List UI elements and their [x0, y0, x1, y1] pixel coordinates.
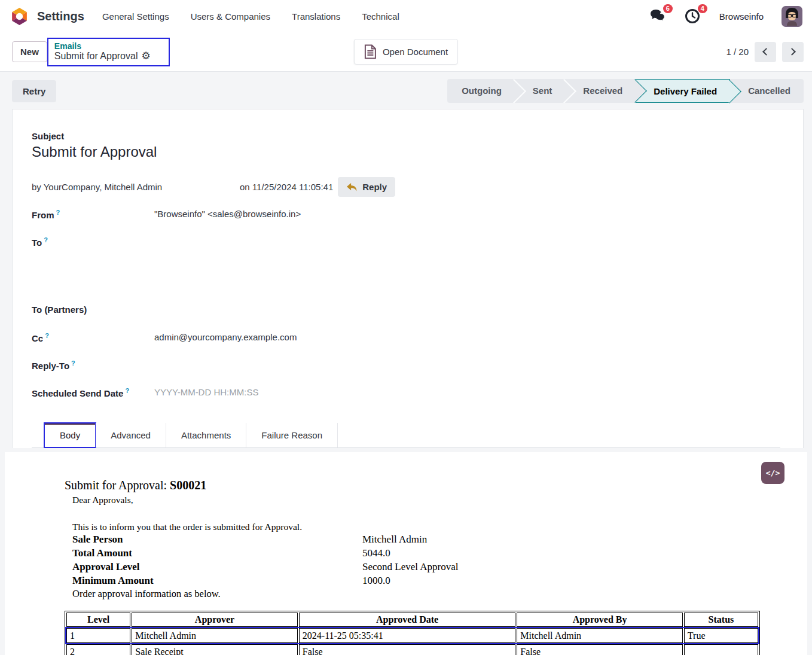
approval-table-header-cell: Level [66, 613, 130, 627]
approval-table-header-row: LevelApproverApproved DateApproved BySta… [66, 613, 758, 627]
field-label: Cc? [32, 331, 154, 343]
help-question-mark-icon: ? [44, 236, 48, 243]
pager-next-button[interactable] [782, 42, 804, 62]
code-view-toggle-button[interactable]: </> [761, 462, 784, 484]
reply-button[interactable]: Reply [338, 177, 395, 197]
field-row-from: From?"Browseinfo" <sales@browseinfo.in> [32, 208, 780, 235]
help-question-mark-icon: ? [71, 360, 75, 367]
pager-previous-button[interactable] [755, 42, 776, 62]
email-preview: Submit for Approval: S00021 Dear Approva… [5, 452, 807, 655]
help-question-mark-icon: ? [125, 387, 129, 394]
approval-table-cell [684, 644, 758, 655]
tab-failure-reason[interactable]: Failure Reason [246, 423, 338, 447]
approval-table-cell: 2024-11-25 05:35:41 [299, 628, 516, 643]
field-value[interactable] [154, 235, 334, 236]
subject-value[interactable]: Submit for Approval [32, 144, 780, 160]
breadcrumb-parent-link[interactable]: Emails [54, 41, 163, 51]
field-value[interactable]: YYYY-MM-DD HH:MM:SS [154, 386, 334, 397]
approval-table-cell: Mitchell Admin [517, 628, 683, 643]
approval-table-row[interactable]: 2Sale ReceiptFalseFalse [66, 644, 758, 655]
menu-item-general-settings[interactable]: General Settings [102, 11, 169, 22]
statusbar: OutgoingSentReceivedDelivery FailedCance… [447, 79, 804, 103]
approval-table-cell: False [299, 644, 516, 655]
gear-icon[interactable]: ⚙ [141, 51, 150, 61]
field-row-to-partners-: To (Partners) [32, 303, 780, 331]
email-intro: This is to inform you that the order is … [72, 522, 807, 532]
field-label: To? [32, 235, 154, 248]
email-details: Sale PersonMitchell AdminTotal Amount504… [72, 532, 807, 587]
dateline: on 11/25/2024 11:05:41 [240, 182, 333, 192]
menu-item-users-companies[interactable]: Users & Companies [191, 11, 270, 22]
control-panel: New Emails Submit for Approval ⚙ Open Do… [0, 32, 812, 72]
field-value[interactable]: "Browseinfo" <sales@browseinfo.in> [154, 208, 334, 219]
form-sheet: Subject Submit for Approval by YourCompa… [12, 109, 804, 448]
chevron-right-icon [788, 48, 796, 56]
approval-table-row[interactable]: 1Mitchell Admin2024-11-25 05:35:41Mitche… [66, 628, 758, 643]
approval-table-header-cell: Approver [132, 613, 298, 627]
pager-value: 1 / 20 [726, 47, 749, 57]
breadcrumb: Emails Submit for Approval ⚙ [47, 38, 170, 66]
tab-attachments[interactable]: Attachments [166, 423, 246, 447]
document-icon [364, 44, 377, 59]
body-tab-content: </> Submit for Approval: S00021 Dear App… [5, 452, 807, 655]
top-navbar: Settings General SettingsUsers & Compani… [0, 0, 812, 32]
odoo-logo-icon[interactable] [10, 7, 29, 26]
field-label: From? [32, 208, 154, 220]
tab-advanced[interactable]: Advanced [96, 423, 166, 447]
email-greeting: Dear Approvals, [72, 495, 807, 505]
menu-item-technical[interactable]: Technical [362, 11, 399, 22]
approval-table-cell: True [684, 628, 758, 643]
app-title[interactable]: Settings [37, 10, 84, 23]
email-detail-value: Second Level Approval [362, 560, 807, 574]
field-row-reply-to: Reply-To? [32, 358, 780, 386]
activities-clock-icon[interactable]: 4 [685, 8, 701, 24]
byline-row: by YourCompany, Mitchell Admin on 11/25/… [32, 177, 780, 197]
field-row-cc: Cc?admin@yourcompany.example.com [32, 331, 780, 358]
messages-icon[interactable]: 6 [650, 8, 667, 24]
approval-table-cell: 2 [66, 644, 130, 655]
approval-table-header-cell: Status [684, 613, 758, 627]
email-order-ref: S00021 [170, 479, 206, 492]
approval-table: LevelApproverApproved DateApproved BySta… [65, 611, 760, 655]
field-row-scheduled-send-date: Scheduled Send Date?YYYY-MM-DD HH:MM:SS [32, 386, 780, 413]
stage-delivery-failed[interactable]: Delivery Failed [636, 79, 730, 103]
stage-label: Delivery Failed [654, 86, 717, 96]
field-value[interactable] [154, 358, 334, 360]
main-menu: General SettingsUsers & CompaniesTransla… [102, 11, 399, 22]
email-detail-label: Total Amount [72, 546, 362, 560]
notebook-tabs: BodyAdvancedAttachmentsFailure Reason [32, 423, 780, 448]
company-name[interactable]: Browseinfo [719, 11, 764, 22]
email-detail-value: 1000.0 [362, 574, 807, 587]
status-strip: Retry OutgoingSentReceivedDelivery Faile… [0, 72, 812, 109]
field-row-to: To? [32, 235, 780, 283]
field-label: Reply-To? [32, 358, 154, 371]
reply-arrow-icon [346, 182, 358, 192]
help-question-mark-icon: ? [45, 332, 49, 339]
approval-table-cell: Mitchell Admin [132, 628, 298, 643]
help-question-mark-icon: ? [56, 209, 60, 216]
stage-label: Sent [533, 86, 552, 96]
messages-badge: 6 [663, 4, 673, 13]
activities-badge: 4 [698, 4, 707, 13]
stage-label: Cancelled [748, 86, 790, 96]
user-avatar[interactable] [782, 6, 802, 27]
field-value[interactable] [154, 303, 334, 304]
pager: 1 / 20 [726, 42, 804, 62]
email-detail-label: Sale Person [72, 532, 362, 546]
new-button[interactable]: New [12, 41, 47, 62]
retry-button[interactable]: Retry [12, 80, 56, 102]
approval-table-cell: Sale Receipt [132, 644, 298, 655]
approval-table-cell: False [517, 644, 683, 655]
stage-label: Received [583, 86, 622, 96]
email-heading: Submit for Approval: S00021 [65, 479, 807, 492]
stage-outgoing[interactable]: Outgoing [447, 79, 515, 103]
stage-label: Outgoing [462, 86, 502, 96]
breadcrumb-current: Submit for Approval ⚙ [54, 51, 163, 62]
field-value[interactable]: admin@yourcompany.example.com [154, 331, 334, 342]
tab-body[interactable]: Body [44, 423, 96, 447]
menu-item-translations[interactable]: Translations [292, 11, 340, 22]
email-detail-value: Mitchell Admin [362, 532, 807, 546]
open-document-button[interactable]: Open Document [354, 39, 458, 65]
field-label: To (Partners) [32, 303, 154, 315]
field-list: From?"Browseinfo" <sales@browseinfo.in>T… [32, 208, 780, 413]
